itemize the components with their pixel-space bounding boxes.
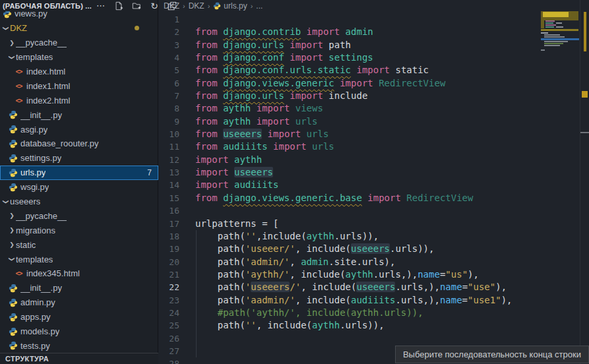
more-icon[interactable]: ⋯ [96,1,106,11]
code-token: admin [346,26,373,37]
overview-ruler-scrollbar[interactable] [580,0,589,364]
code-line-23[interactable]: 23 path('aadmin/', include(audiiits.urls… [159,294,589,307]
code-line-21[interactable]: 21 path('aythh/', include(aythh.urls,),n… [159,268,589,281]
code-line-15[interactable]: 15from django.views.generic.base import … [159,192,589,204]
breadcrumb-item[interactable]: ... [256,1,263,11]
collapse-all-icon[interactable] [167,1,177,11]
code-token: audiiits [351,295,395,305]
line-number: 22 [159,281,179,293]
code-token: #path('aythh/', include(aythh.urls)), [195,307,423,318]
code-line-14[interactable]: 14import audiiits [159,179,589,191]
code-token: import [284,90,328,101]
code-line-12[interactable]: 12import aythh [159,154,589,166]
tree-item-urls-py[interactable]: urls.py7 [0,166,158,180]
code-line-1[interactable]: 1 [159,13,589,26]
line-number: 6 [159,77,179,90]
breadcrumb-separator: › [208,2,210,10]
tree-item-index2-html[interactable]: <>index2.html [0,93,158,107]
line-number: 16 [159,204,179,217]
minimap-bar [543,12,569,17]
code-line-9[interactable]: 9from aythh import urls [159,115,589,128]
line-number: 7 [159,90,179,102]
minimap-bar [545,20,555,22]
refresh-icon[interactable]: ↻ [149,1,160,11]
code-line-26[interactable]: 26 [159,332,589,345]
tree-item-models-py[interactable]: models.py [0,324,158,339]
code-line-13[interactable]: 13import useeers [159,166,589,179]
tree-item-templates[interactable]: ❯templates [0,252,158,266]
code-token: = [462,295,468,305]
line-number: 20 [159,256,179,268]
code-line-25[interactable]: 25 path('', include(aythh.urls)), [159,319,589,332]
tree-item-asgi-py[interactable]: asgi.py [0,122,158,136]
code-line-7[interactable]: 7from django.urls import include [159,90,589,102]
code-line-2[interactable]: 2from django.contrib import admin [159,26,589,38]
outline-section-header[interactable]: СТРУКТУРА [0,353,158,364]
python-icon [8,168,18,177]
code-token: import [251,103,295,113]
code-line-3[interactable]: 3from django.urls import path [159,39,589,51]
code-line-6[interactable]: 6from django.views.generic import Redire… [159,77,589,90]
tree-item-tests-py[interactable]: tests.py [0,338,158,353]
line-number: 10 [159,128,179,140]
code-line-4[interactable]: 4from django.conf import settings [159,51,589,64]
code-line-18[interactable]: 18 path('',include(aythh.urls)), [159,230,589,243]
code-token: settings [328,52,373,63]
tree-item-admin-py[interactable]: admin.py [0,295,158,310]
tree-item-index-html[interactable]: <>index.html [0,65,158,79]
code-line-20[interactable]: 20 path('admin/', admin.site.urls), [159,256,589,268]
code-token: django.urls [223,40,284,50]
code-token: django.conf.urls.static [223,65,351,75]
code-line-22[interactable]: 22 path('useeers/', include(useeers.urls… [159,281,589,293]
file-tree: views.py❯DKZ❯__pycache__❯templates<>inde… [0,7,158,353]
tree-item-label: index1.html [26,81,70,91]
code-line-11[interactable]: 11from audiiits import urls [159,140,589,153]
code-line-16[interactable]: 16 [159,204,589,217]
new-folder-icon[interactable] [131,1,142,11]
code-token: "use" [468,282,495,292]
code-token: audiiits [223,141,267,152]
minimap-bar [556,22,562,24]
tree-item--pycache-[interactable]: ❯__pycache__ [0,36,158,50]
code-line-17[interactable]: 17urlpatterns = [ [159,218,589,230]
code-token: from [195,52,223,63]
code-token: ,include( [257,231,307,241]
tree-item-migrations[interactable]: ❯migrations [0,223,158,237]
code-token: aythh [346,269,373,280]
minimap[interactable] [541,11,580,64]
breadcrumb-item[interactable]: urls.py [213,1,247,11]
explorer-section-header[interactable]: (РАБОЧАЯ ОБЛАСТЬ) ... ⋯↻ [0,0,158,11]
new-file-icon[interactable] [113,1,124,11]
code-line-8[interactable]: 8from aythh import views [159,102,589,115]
line-number: 26 [159,332,179,345]
code-token: "use1" [468,295,501,305]
editor-pane: DKZ›DKZ›urls.py›... 12from django.contri… [159,0,589,364]
tree-item--pycache-[interactable]: ❯__pycache__ [0,208,158,223]
tree-item-label: migrations [16,226,55,235]
code-token: urlpatterns = [ [195,218,278,229]
code-line-19[interactable]: 19 path('useeer/', include(useeers.urls)… [159,243,589,255]
minimap-bar [544,41,568,42]
tree-item-static[interactable]: ❯static [0,237,158,252]
code-line-10[interactable]: 10from useeers import urls [159,128,589,140]
tree-item-database-roouter-py[interactable]: database_roouter.py [0,136,158,151]
tree-item-dkz[interactable]: ❯DKZ [0,21,158,36]
code-token: , [290,257,301,267]
tree-item-apps-py[interactable]: apps.py [0,310,158,324]
tree-item-index1-html[interactable]: <>index1.html [0,78,158,93]
breadcrumb-item[interactable]: DKZ [189,1,204,11]
tree-item--init-py[interactable]: __init__.py [0,107,158,122]
tree-item-wsgi-py[interactable]: wsgi.py [0,180,158,195]
breadcrumb-separator: › [183,2,185,10]
code-line-24[interactable]: 24 #path('aythh/', include(aythh.urls)), [159,307,589,319]
tree-item--init-py[interactable]: __init__.py [0,281,158,295]
code-token: aythh [223,116,251,127]
code-area[interactable]: 12from django.contrib import admin3from … [159,13,589,364]
tree-item-useeers[interactable]: ❯useeers [0,195,158,209]
tree-item-templates[interactable]: ❯templates [0,50,158,65]
breadcrumb: DKZ›DKZ›urls.py›... [159,0,589,11]
code-line-5[interactable]: 5from django.conf.urls.static import sta… [159,64,589,76]
tree-item-index345-html[interactable]: <>index345.html [0,266,158,281]
tree-item-settings-py[interactable]: settings.py [0,151,158,166]
chevron-down-icon: ❯ [9,53,15,61]
